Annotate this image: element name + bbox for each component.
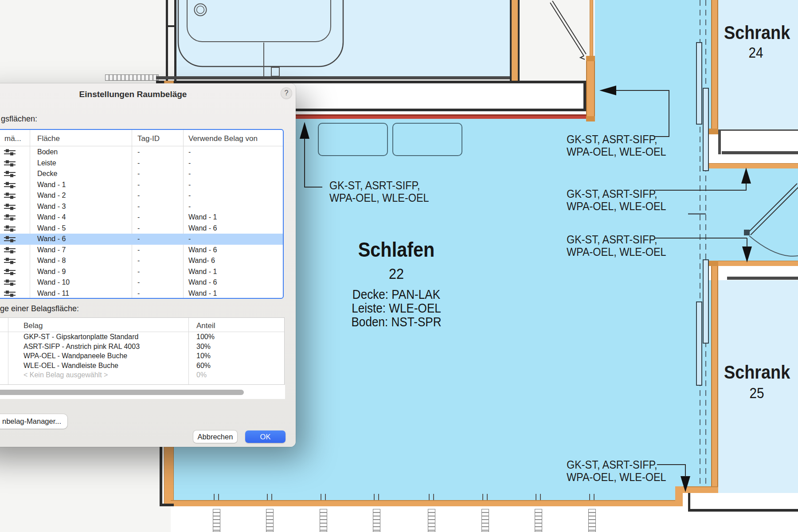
covering-row[interactable]: ASRT-SIFP - Anstrich pink RAL 4003 30% xyxy=(0,342,284,352)
wall xyxy=(590,0,593,56)
surface-row[interactable]: Decke - - xyxy=(0,168,283,180)
sliders-icon[interactable] xyxy=(4,225,16,232)
wall xyxy=(706,261,798,266)
surfaces-section-label: gsflächen: xyxy=(1,114,37,124)
leader-line xyxy=(304,187,322,188)
track-tick xyxy=(688,213,706,215)
corridor-upper[interactable] xyxy=(595,0,700,119)
sliders-icon[interactable] xyxy=(4,214,16,221)
surface-row[interactable]: Wand - 8 - Wand- 6 xyxy=(0,255,283,266)
furniture[interactable] xyxy=(392,123,462,156)
sliders-icon[interactable] xyxy=(4,235,16,243)
sliding-door-panel[interactable] xyxy=(696,42,702,125)
sliders-icon[interactable] xyxy=(4,246,16,254)
cancel-button[interactable]: Abbrechen xyxy=(193,430,237,443)
surface-name: Wand - 5 xyxy=(37,224,66,232)
covering-annotation: GK-ST, ASRT-SIFP, WPA-OEL, WLE-OEL xyxy=(567,233,666,258)
scrollbar-thumb[interactable] xyxy=(0,390,244,395)
sliders-icon[interactable] xyxy=(4,149,16,156)
mullion-tick xyxy=(378,494,379,500)
surface-name: Boden xyxy=(37,148,58,156)
room-schrank-24[interactable] xyxy=(718,0,798,129)
surface-tag-id: - xyxy=(137,203,140,211)
dialog-raumbelaege: Einstellungen Raumbeläge ? gsflächen: mä… xyxy=(0,83,296,447)
ok-button[interactable]: OK xyxy=(245,430,286,443)
surface-name: Wand - 3 xyxy=(37,203,66,211)
room-bathroom[interactable] xyxy=(176,0,511,76)
covering-name: GKP-ST - Gipskartonplatte Standard xyxy=(23,333,138,341)
help-button[interactable]: ? xyxy=(281,87,292,99)
covering-share: 30% xyxy=(196,343,211,351)
door-frame-cap xyxy=(586,56,595,61)
surface-tag-id: - xyxy=(137,268,140,276)
leader-line xyxy=(685,464,686,477)
wall-hatch xyxy=(105,74,159,81)
wall xyxy=(727,277,798,280)
surface-row[interactable]: Wand - 6 - - xyxy=(0,234,283,245)
mullion-tick xyxy=(540,494,541,500)
surface-row[interactable]: Wand - 1 - - xyxy=(0,180,283,191)
sliding-door-panel[interactable] xyxy=(696,301,702,386)
column-header-schema: mä... xyxy=(4,134,21,143)
covering-annotation: GK-ST, ASRT-SIFP, WPA-OEL, WLE-OEL xyxy=(329,179,429,204)
covering-annotation: GK-ST, ASRT-SIFP, WPA-OEL, WLE-OEL xyxy=(567,458,666,483)
sliders-icon[interactable] xyxy=(4,203,16,210)
app-canvas: GK-ST, ASRT-SIFP, WPA-OEL, WLE-OEL GK-ST… xyxy=(0,0,798,532)
surface-belag-von: - xyxy=(188,170,191,178)
sliding-door-panel[interactable] xyxy=(703,259,709,344)
surface-name: Decke xyxy=(37,170,57,178)
door-niche[interactable] xyxy=(711,168,798,261)
surface-row[interactable]: Wand - 11 - Wand - 1 xyxy=(0,288,283,299)
mullion-tick xyxy=(325,494,326,500)
sliders-icon[interactable] xyxy=(4,268,16,275)
covering-row[interactable]: WLE-OEL - Wandleiste Buche 60% xyxy=(0,361,284,371)
surface-row[interactable]: Wand - 10 - Wand - 6 xyxy=(0,277,283,288)
column-hatch xyxy=(213,509,220,532)
surface-belag-von: Wand - 1 xyxy=(188,213,217,221)
annotation-line: GK-ST, ASRT-SIFP, xyxy=(567,188,666,200)
surface-tag-id: - xyxy=(137,257,140,265)
sliders-icon[interactable] xyxy=(4,290,16,297)
mullion-tick xyxy=(487,494,488,500)
covering-row[interactable]: WPA-OEL - Wandpaneele Buche 10% xyxy=(0,352,284,361)
column-header-verwende-belag-von: Verwende Belag von xyxy=(188,134,258,143)
sliders-icon[interactable] xyxy=(4,160,16,167)
covering-annotation: GK-ST, ASRT-SIFP, WPA-OEL, WLE-OEL xyxy=(567,133,666,158)
sliders-icon[interactable] xyxy=(4,257,16,264)
column-hatch xyxy=(588,509,596,532)
surface-row[interactable]: Wand - 5 - Wand - 6 xyxy=(0,223,283,234)
covering-row[interactable]: < Kein Belag ausgewählt > 0% xyxy=(0,371,284,380)
surface-row[interactable]: Wand - 3 - - xyxy=(0,201,283,212)
surface-name: Wand - 10 xyxy=(37,278,70,286)
surface-tag-id: - xyxy=(137,289,140,297)
room-label-schrank25: Schrank xyxy=(724,362,790,383)
covering-share: 60% xyxy=(196,362,211,370)
surface-tag-id: - xyxy=(137,278,140,286)
leader-line xyxy=(616,90,669,91)
surface-row[interactable]: Wand - 9 - Wand - 1 xyxy=(0,266,283,278)
sliders-icon[interactable] xyxy=(4,192,16,199)
furniture[interactable] xyxy=(318,123,388,156)
surface-row[interactable]: Wand - 7 - Wand - 6 xyxy=(0,245,283,256)
belag-manager-button[interactable]: nbelag-Manager... xyxy=(0,414,67,429)
room-number: 24 xyxy=(716,44,796,61)
covering-row[interactable]: GKP-ST - Gipskartonplatte Standard 100% xyxy=(0,332,284,342)
mullion-tick xyxy=(218,494,219,500)
sliders-icon[interactable] xyxy=(4,279,16,286)
wall xyxy=(711,0,718,129)
sliding-door-panel[interactable] xyxy=(703,88,709,171)
covering-share: 0% xyxy=(196,371,207,379)
surface-row[interactable]: Boden - - xyxy=(0,147,283,158)
column-hatch xyxy=(481,509,489,532)
surface-row[interactable]: Wand - 2 - - xyxy=(0,190,283,201)
surface-tag-id: - xyxy=(137,170,140,178)
wall xyxy=(174,0,176,81)
wall xyxy=(688,509,798,512)
sliders-icon[interactable] xyxy=(4,170,16,177)
surface-row[interactable]: Leiste - - xyxy=(0,158,283,169)
sliders-icon[interactable] xyxy=(4,181,16,188)
surface-row[interactable]: Wand - 4 - Wand - 1 xyxy=(0,212,283,223)
dialog-title: Einstellungen Raumbeläge xyxy=(0,90,266,99)
surface-tag-id: - xyxy=(137,148,140,156)
column-header-tag-id: Tag-ID xyxy=(137,134,160,143)
